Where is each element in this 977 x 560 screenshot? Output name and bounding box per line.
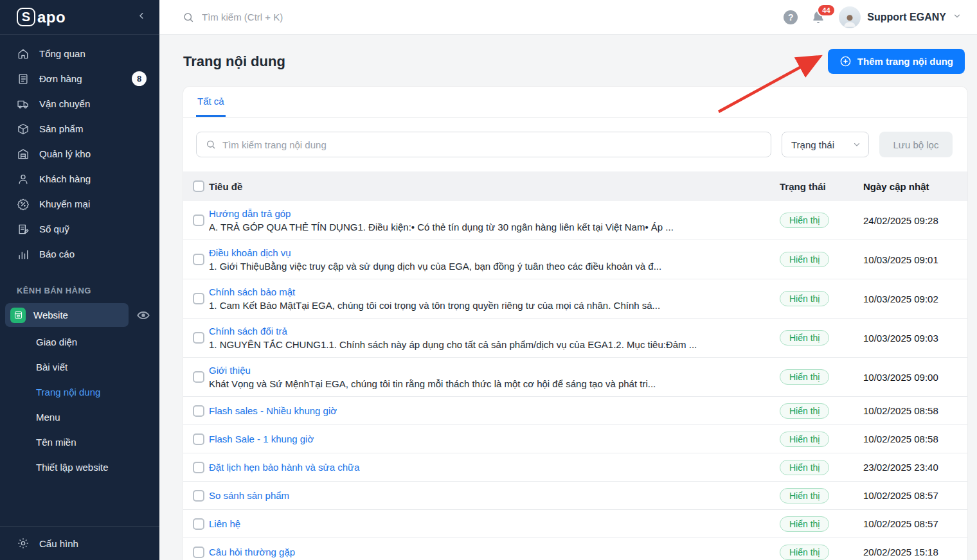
app-window: S apo Tổng quan Đơn hàng 8 Vận chuyển Sả… (0, 0, 977, 560)
row-updated-date: 24/02/2025 09:28 (863, 215, 967, 226)
table-body: Hướng dẫn trả góp A. TRẢ GÓP QUA THẺ TÍN… (183, 201, 967, 560)
search-icon (183, 12, 194, 23)
table-search-input[interactable] (222, 139, 762, 150)
sidebar-item-product[interactable]: Sản phẩm (0, 116, 159, 141)
help-icon[interactable]: ? (784, 10, 798, 24)
save-filter-button[interactable]: Lưu bộ lọc (879, 132, 953, 157)
sidebar-sub-item[interactable]: Thiết lập website (0, 455, 159, 480)
row-checkbox[interactable] (193, 371, 204, 383)
status-badge: Hiển thị (780, 330, 829, 346)
row-checkbox[interactable] (193, 462, 204, 473)
table-search[interactable] (196, 132, 771, 157)
column-header-updated: Ngày cập nhật (863, 181, 967, 192)
row-checkbox[interactable] (193, 518, 204, 530)
home-icon (17, 48, 30, 60)
sidebar-nav: Tổng quan Đơn hàng 8 Vận chuyển Sản phẩm… (0, 41, 159, 267)
sidebar-sub-item[interactable]: Bài viết (0, 354, 159, 380)
sidebar-item-home[interactable]: Tổng quan (0, 41, 159, 66)
table-row: Đặt lịch hẹn bảo hành và sửa chữa Hiển t… (183, 453, 967, 482)
avatar (839, 6, 861, 28)
add-content-page-button[interactable]: Thêm trang nội dung (828, 49, 965, 74)
sidebar-item-cashbook[interactable]: Sổ quỹ (0, 216, 159, 241)
global-search-input[interactable] (202, 12, 472, 22)
select-all-checkbox[interactable] (193, 180, 204, 192)
row-checkbox[interactable] (193, 490, 204, 502)
sidebar-item-report[interactable]: Báo cáo (0, 241, 159, 267)
website-channel-icon (10, 308, 26, 323)
row-excerpt: 1. Cam Kết Bảo MậtTại EGA, chúng tôi coi… (209, 300, 772, 311)
row-title-link[interactable]: So sánh sản phẩm (209, 490, 289, 501)
row-checkbox[interactable] (193, 214, 204, 226)
page-head: Trang nội dung Thêm trang nội dung (159, 35, 977, 74)
orders-count-badge: 8 (132, 71, 147, 86)
truck-icon (17, 98, 30, 110)
row-title-link[interactable]: Chính sách bảo mật (209, 286, 295, 297)
row-title-link[interactable]: Câu hỏi thường gặp (209, 547, 295, 557)
notification-count-badge: 44 (817, 4, 835, 17)
row-title-link[interactable]: Điều khoản dịch vụ (209, 247, 291, 258)
row-title-link[interactable]: Giới thiệu (209, 365, 251, 376)
row-checkbox[interactable] (193, 405, 204, 417)
global-search[interactable] (183, 12, 784, 23)
row-updated-date: 10/02/2025 08:57 (863, 518, 967, 529)
sidebar-collapse-icon[interactable] (137, 11, 147, 23)
sidebar-footer: Cấu hình (0, 526, 159, 560)
gear-icon (17, 537, 30, 550)
topbar: ? 44 Support EGANY (159, 0, 977, 35)
column-header-title: Tiêu đề (209, 181, 780, 192)
row-excerpt: A. TRẢ GÓP QUA THẺ TÍN DỤNG1. Điều kiện:… (209, 222, 772, 232)
sidebar-sub-item[interactable]: Menu (0, 405, 159, 430)
sidebar-item-config-label: Cấu hình (39, 538, 78, 549)
sidebar-item-truck[interactable]: Vận chuyển (0, 91, 159, 116)
status-badge: Hiển thị (780, 488, 829, 503)
status-badge: Hiển thị (780, 516, 829, 532)
row-title-link[interactable]: Liên hệ (209, 518, 240, 529)
table-row: Điều khoản dịch vụ 1. Giới ThiệuBằng việ… (183, 240, 967, 279)
table-row: Câu hỏi thường gặp Hiển thị 20/02/2025 1… (183, 538, 967, 560)
row-excerpt: Khát Vọng và Sứ MệnhTại EGA, chúng tôi t… (209, 378, 772, 389)
row-checkbox[interactable] (193, 433, 204, 445)
table-row: So sánh sản phẩm Hiển thị 10/02/2025 08:… (183, 482, 967, 510)
row-updated-date: 10/03/2025 09:01 (863, 254, 967, 265)
sidebar-sub-item[interactable]: Giao diện (0, 329, 159, 354)
sidebar-subnav: Giao diệnBài viếtTrang nội dungMenuTên m… (0, 329, 159, 480)
table-row: Giới thiệu Khát Vọng và Sứ MệnhTại EGA, … (183, 358, 967, 397)
tab-all[interactable]: Tất cả (196, 96, 226, 117)
row-checkbox[interactable] (193, 254, 204, 265)
notification-bell[interactable]: 44 (811, 10, 826, 25)
filterbar: Trạng thái Lưu bộ lọc (183, 118, 967, 171)
row-title-link[interactable]: Hướng dẫn trả góp (209, 208, 291, 219)
status-badge: Hiển thị (780, 432, 829, 447)
sidebar-item-config[interactable]: Cấu hình (0, 527, 159, 560)
row-title-link[interactable]: Chính sách đổi trả (209, 326, 287, 337)
eye-icon[interactable] (136, 308, 150, 322)
customer-icon (17, 173, 30, 186)
status-badge: Hiển thị (780, 291, 829, 306)
row-checkbox[interactable] (193, 293, 204, 304)
sidebar-item-warehouse[interactable]: Quản lý kho (0, 141, 159, 166)
user-menu[interactable]: Support EGANY (839, 6, 962, 28)
column-header-status: Trạng thái (780, 181, 863, 192)
plus-circle-icon (839, 55, 852, 67)
sidebar-sub-item[interactable]: Tên miền (0, 430, 159, 455)
user-name: Support EGANY (867, 12, 946, 23)
row-title-link[interactable]: Flash sales - Nhiều khung giờ (209, 405, 337, 416)
sapo-logo[interactable]: S apo (17, 8, 66, 26)
row-checkbox[interactable] (193, 547, 204, 558)
sidebar-item-website[interactable]: Website (5, 303, 129, 327)
row-checkbox[interactable] (193, 332, 204, 344)
sidebar-item-customer[interactable]: Khách hàng (0, 166, 159, 191)
sidebar-item-discount[interactable]: Khuyến mại (0, 191, 159, 216)
page-title: Trang nội dung (183, 53, 285, 70)
status-badge: Hiển thị (780, 369, 829, 385)
row-title-link[interactable]: Flash Sale - 1 khung giờ (209, 433, 314, 444)
sidebar-item-orders[interactable]: Đơn hàng 8 (0, 66, 159, 91)
sidebar-sub-item[interactable]: Trang nội dung (0, 380, 159, 405)
row-updated-date: 10/02/2025 08:57 (863, 490, 967, 501)
table-row: Hướng dẫn trả góp A. TRẢ GÓP QUA THẺ TÍN… (183, 201, 967, 240)
sidebar: S apo Tổng quan Đơn hàng 8 Vận chuyển Sả… (0, 0, 159, 560)
row-title-link[interactable]: Đặt lịch hẹn bảo hành và sửa chữa (209, 462, 359, 473)
row-excerpt: 1. NGUYÊN TẮC CHUNG1.1. Chính sách này á… (209, 339, 772, 350)
status-filter-dropdown[interactable]: Trạng thái (782, 132, 869, 157)
table-row: Flash Sale - 1 khung giờ Hiển thị 10/02/… (183, 425, 967, 453)
